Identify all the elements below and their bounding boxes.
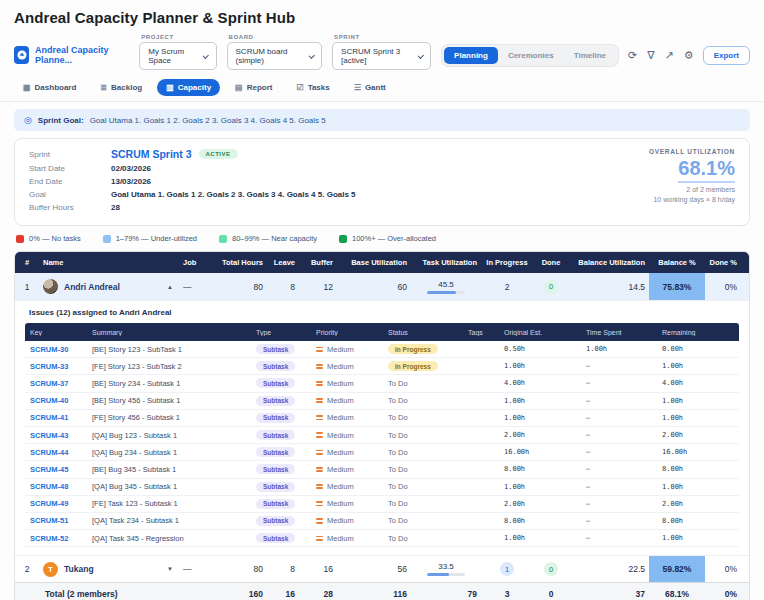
issue-row: SCRUM-41[FE] Story 456 - Subtask 1Subtas… [25,410,739,427]
issue-priority-cell: Medium [311,396,383,405]
issue-row: SCRUM-33[FE] Story 123 - SubTask 2Subtas… [25,358,739,375]
issue-status-cell: To Do [383,482,463,491]
project-select[interactable]: My Scrum Space [139,42,216,70]
tab-timeline[interactable]: Timeline [564,47,616,64]
nav-tab-dashboard[interactable]: ▦Dashboard [14,79,85,96]
sprint-info-card: Sprint SCRUM Sprint 3 ACTIVE Start Date … [14,138,750,226]
priority-bar [316,364,323,366]
issue-row: SCRUM-45[BE] Bug 345 - Subtask 1SubtaskM… [25,461,739,478]
sprint-name-link[interactable]: SCRUM Sprint 3 [111,148,192,160]
issue-priority-cell: Medium [311,345,383,354]
issue-key-link[interactable]: SCRUM-30 [25,345,87,354]
nav-tab-label: Backlog [111,83,142,92]
collapse-arrow-icon[interactable]: ▲ [167,284,175,290]
issue-key-link[interactable]: SCRUM-52 [25,534,87,543]
expand-arrow-icon[interactable]: ▼ [167,566,175,572]
sprint-goal-banner: ◎ Sprint Goal: Goal Utama 1. Goals 1 2. … [14,109,750,131]
issue-row: SCRUM-48[QA] Bug 345 - Subtask 1SubtaskM… [25,479,739,496]
tab-planning[interactable]: Planning [444,47,498,64]
remaining-cell: 2.00h [657,500,729,508]
issue-key-link[interactable]: SCRUM-45 [25,465,87,474]
status-label: To Do [388,482,408,491]
board-select[interactable]: SCRUM board (simple) [227,42,323,70]
nav-tab-capacity[interactable]: ▥Capacity [157,79,220,96]
issue-key-link[interactable]: SCRUM-51 [25,516,87,525]
column-header-task-utilization: Task Utilization [411,258,481,267]
column-header-done-: Done % [705,258,741,267]
trend-icon[interactable]: ↗ [664,50,675,61]
subtask-type-badge: Subtask [256,482,295,492]
filter-icon[interactable]: ∇ [646,50,655,61]
issue-key-link[interactable]: SCRUM-48 [25,482,87,491]
subtask-type-badge: Subtask [256,447,295,457]
section-nav: ▦Dashboard≣Backlog▥Capacity▤Report☑Tasks… [0,76,764,102]
issue-row: SCRUM-49[FE] Task 123 - Subtask 1Subtask… [25,496,739,513]
issue-key-link[interactable]: SCRUM-37 [25,379,87,388]
priority-bar [316,539,323,541]
issue-key-link[interactable]: SCRUM-41 [25,413,87,422]
issue-type-cell: Subtask [251,361,311,371]
issue-key-link[interactable]: SCRUM-33 [25,362,87,371]
remaining-cell: 16.00h [657,448,729,456]
overall-utilization: OVERALL UTILIZATION 68.1% 2 of 2 members… [649,148,735,216]
priority-label: Medium [327,413,354,422]
nav-tab-backlog[interactable]: ≣Backlog [91,79,151,96]
priority-bar [316,484,323,486]
issue-status-cell: To Do [383,516,463,525]
priority-label: Medium [327,499,354,508]
nav-tab-tasks[interactable]: ☑Tasks [287,79,338,96]
subtask-type-badge: Subtask [256,533,295,543]
leave-total: 16 [267,589,299,599]
issue-column-header-status: Status [383,329,463,336]
nav-tab-gantt[interactable]: ☰Gantt [345,79,395,96]
legend-color-swatch [16,235,24,243]
priority-bar [316,467,323,469]
issue-priority-cell: Medium [311,362,383,371]
priority-label: Medium [327,448,354,457]
issue-row: SCRUM-52[QA] Task 345 - RegressionSubtas… [25,530,739,547]
member-row-tukang[interactable]: 2 T Tukang ▼ — 80 8 16 56 33.5 1 0 22.5 … [15,555,749,582]
board-selector: BOARD SCRUM board (simple) [227,34,323,70]
legend-color-swatch [103,235,111,243]
total-hours-cell: 80 [213,282,267,292]
task-utilization-bar [427,291,465,294]
member-row-andri[interactable]: 1 Andri Andreal ▲ — 80 8 12 60 45.5 2 0 … [15,273,749,300]
app-name: Andreal Capacity Planne... [35,45,129,65]
nav-tab-report[interactable]: ▤Report [226,79,281,96]
buffer-cell: 12 [299,282,337,292]
issue-summary: [QA] Task 345 - Regression [87,534,251,543]
issue-key-link[interactable]: SCRUM-43 [25,431,87,440]
issue-key-link[interactable]: SCRUM-40 [25,396,87,405]
status-label: To Do [388,499,408,508]
tab-ceremonies[interactable]: Ceremonies [498,47,564,64]
remaining-cell: 1.00h [657,397,729,405]
priority-bar [316,415,323,417]
settings-gear-icon[interactable]: ⚙ [683,50,695,61]
issue-status-cell: In Progress [383,344,463,354]
capacity-formula: 10 working days × 8 h/day [649,196,735,203]
leave-cell: 8 [267,282,299,292]
priority-label: Medium [327,516,354,525]
refresh-icon[interactable]: ⟳ [627,50,638,61]
issue-key-link[interactable]: SCRUM-49 [25,499,87,508]
issue-key-link[interactable]: SCRUM-44 [25,448,87,457]
priority-medium-icon [316,381,323,386]
priority-bar [316,401,323,403]
end-date-row: End Date 13/03/2026 [29,177,356,186]
sprint-select[interactable]: SCRUM Sprint 3 [active] [332,42,431,70]
done-cell: 0 [533,280,569,294]
capacity-icon: ▥ [166,83,174,92]
issue-column-header-original-est-: Original Est. [499,329,581,336]
done-total: 0 [533,589,569,599]
balance-utilization-cell: 22.5 [569,564,649,574]
app-brand[interactable]: Andreal Capacity Planne... [14,45,129,70]
issue-row: SCRUM-51[QA] Task 234 - Subtask 1Subtask… [25,513,739,530]
export-button[interactable]: Export [703,46,750,65]
priority-medium-icon [316,484,323,489]
total-row: Total (2 members) 160 16 28 116 79 3 0 3… [15,582,749,600]
issues-panel-title: Issues (12) assigned to Andri Andreal [29,308,739,317]
issue-row: SCRUM-44[QA] Bug 234 - Subtask 1SubtaskM… [25,444,739,461]
issue-column-header-summary: Summary [87,329,251,336]
members-count: 2 of 2 members [649,186,735,193]
issue-status-cell: To Do [383,431,463,440]
